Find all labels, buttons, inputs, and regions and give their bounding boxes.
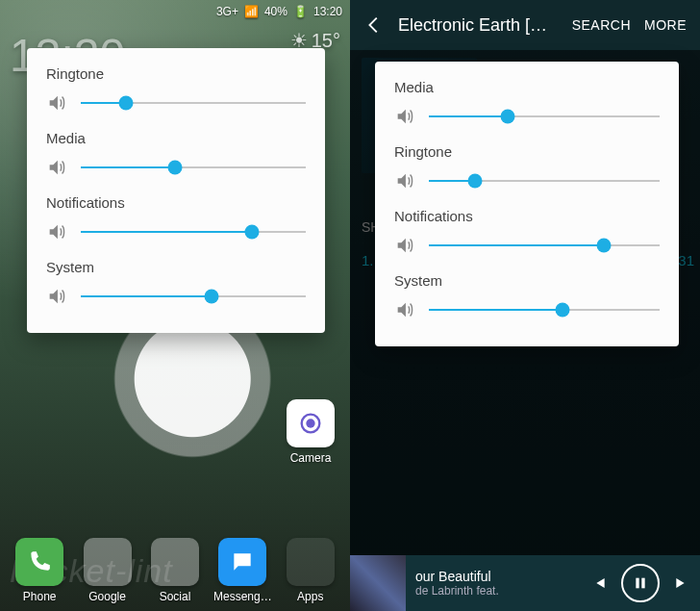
volume-row-system: System bbox=[394, 272, 660, 321]
speaker-icon[interactable] bbox=[46, 221, 67, 242]
volume-label: Ringtone bbox=[46, 65, 306, 82]
volume-row-notifications: Notifications bbox=[394, 208, 660, 257]
dock-label: Messeng… bbox=[213, 590, 272, 603]
camera-icon bbox=[287, 399, 335, 447]
battery-icon: 🔋 bbox=[293, 5, 308, 18]
status-bar: 3G+ 📶 40% 🔋 13:20 bbox=[0, 0, 350, 23]
dock-label: Apps bbox=[297, 590, 323, 603]
volume-slider-system[interactable] bbox=[81, 285, 306, 308]
volume-slider-ringtone[interactable] bbox=[429, 169, 660, 192]
apps-icon bbox=[287, 538, 335, 586]
volume-row-ringtone: Ringtone bbox=[394, 143, 660, 192]
speaker-icon[interactable] bbox=[394, 235, 415, 256]
dock-apps[interactable]: Apps bbox=[281, 538, 340, 603]
dock-messenger[interactable]: Messeng… bbox=[212, 538, 272, 603]
camera-label: Camera bbox=[290, 451, 332, 465]
volume-label: Media bbox=[46, 130, 306, 146]
dock-label: Google bbox=[88, 590, 126, 603]
folder-icon bbox=[84, 538, 132, 586]
home-screen: 3G+ 📶 40% 🔋 13:20 13:20 ☀ 15° Camera Poc… bbox=[0, 0, 350, 611]
miniplayer-art bbox=[350, 555, 406, 611]
status-time: 13:20 bbox=[313, 5, 342, 18]
prev-button[interactable] bbox=[588, 573, 608, 593]
appbar-title: Electronic Earth [… bbox=[398, 15, 559, 36]
volume-label: System bbox=[394, 272, 660, 289]
back-button[interactable] bbox=[363, 14, 385, 36]
battery-percent: 40% bbox=[264, 5, 288, 18]
volume-label: System bbox=[46, 259, 306, 275]
dock-social[interactable]: Social bbox=[145, 538, 205, 603]
app-bar: Electronic Earth [… SEARCH MORE bbox=[350, 0, 700, 50]
svg-rect-3 bbox=[641, 578, 644, 589]
speaker-icon[interactable] bbox=[46, 92, 67, 114]
dock-phone[interactable]: Phone bbox=[10, 538, 69, 603]
volume-slider-media[interactable] bbox=[429, 105, 660, 128]
miniplayer-meta: our Beautiful de Labrinth feat. bbox=[406, 569, 588, 598]
volume-panel: Ringtone Media Notifications System bbox=[27, 48, 325, 333]
dock: Phone Google Social Messeng… Apps bbox=[0, 538, 350, 603]
play-pause-button[interactable] bbox=[621, 564, 660, 602]
music-screen: SH 1. 31 Electronic Earth [… SEARCH MORE… bbox=[350, 0, 700, 611]
volume-label: Media bbox=[394, 79, 660, 95]
volume-row-system: System bbox=[46, 259, 306, 308]
network-indicator: 3G+ bbox=[216, 5, 238, 18]
svg-rect-2 bbox=[636, 578, 638, 589]
svg-point-1 bbox=[306, 419, 314, 427]
miniplayer-title: our Beautiful bbox=[415, 569, 579, 584]
volume-row-media: Media bbox=[46, 130, 306, 179]
volume-label: Notifications bbox=[46, 194, 306, 211]
volume-row-media: Media bbox=[394, 79, 660, 128]
volume-panel: Media Ringtone Notifications System bbox=[375, 62, 679, 346]
camera-shortcut[interactable]: Camera bbox=[285, 399, 337, 465]
folder-icon bbox=[151, 538, 199, 586]
dock-label: Phone bbox=[23, 590, 57, 603]
volume-label: Ringtone bbox=[394, 143, 660, 160]
speaker-icon[interactable] bbox=[394, 170, 415, 191]
next-button[interactable] bbox=[673, 573, 692, 593]
volume-slider-notifications[interactable] bbox=[81, 220, 306, 243]
volume-slider-notifications[interactable] bbox=[429, 234, 660, 257]
speaker-icon[interactable] bbox=[46, 157, 67, 178]
dock-google[interactable]: Google bbox=[78, 538, 138, 603]
volume-slider-media[interactable] bbox=[81, 156, 306, 179]
miniplayer-subtitle: de Labrinth feat. bbox=[415, 584, 579, 598]
volume-row-notifications: Notifications bbox=[46, 194, 306, 243]
speaker-icon[interactable] bbox=[46, 286, 67, 307]
phone-icon bbox=[15, 538, 63, 586]
messenger-icon bbox=[218, 538, 266, 586]
speaker-icon[interactable] bbox=[394, 106, 415, 127]
signal-icon: 📶 bbox=[244, 5, 259, 18]
volume-label: Notifications bbox=[394, 208, 660, 224]
mini-player[interactable]: our Beautiful de Labrinth feat. bbox=[350, 555, 700, 611]
more-action[interactable]: MORE bbox=[644, 17, 687, 33]
search-action[interactable]: SEARCH bbox=[572, 17, 631, 33]
volume-slider-ringtone[interactable] bbox=[81, 91, 306, 115]
dock-label: Social bbox=[160, 590, 191, 603]
volume-row-ringtone: Ringtone bbox=[46, 65, 306, 115]
speaker-icon[interactable] bbox=[394, 299, 415, 320]
volume-slider-system[interactable] bbox=[429, 298, 660, 321]
